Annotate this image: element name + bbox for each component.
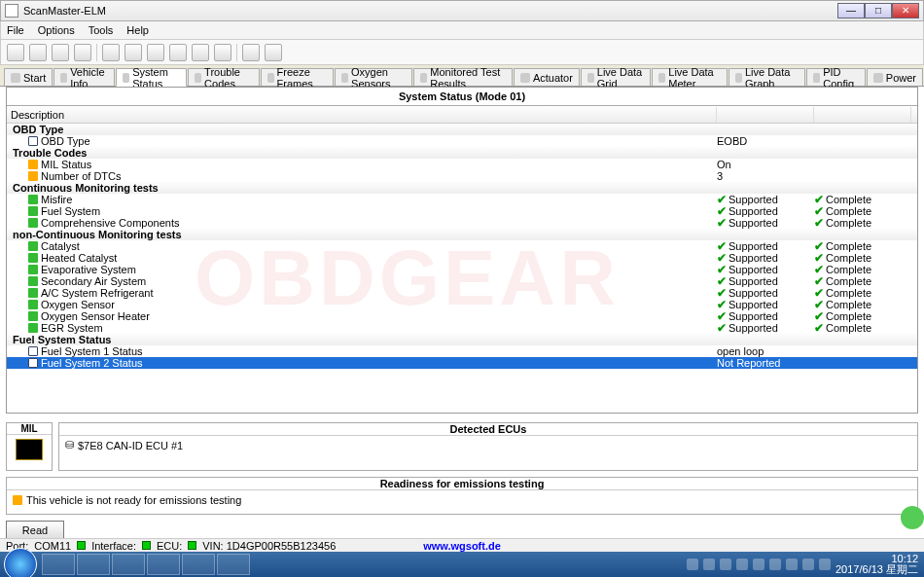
tray-icon[interactable]	[769, 559, 781, 570]
toolbar-btn-9[interactable]	[192, 44, 209, 61]
section-obd-type: OBD Type	[7, 124, 917, 135]
info-icon	[60, 73, 67, 83]
taskbar-item-4[interactable]	[147, 554, 180, 575]
tab-vehicle-info[interactable]: Vehicle Info	[53, 68, 115, 86]
mil-box: MIL	[6, 422, 53, 471]
system-status-panel: System Status (Mode 01) Description OBD …	[6, 87, 918, 414]
status-interface-label: Interface:	[91, 540, 136, 552]
toolbar-btn-1[interactable]	[7, 44, 24, 61]
ok-icon	[28, 218, 38, 228]
row-fuel-system-2[interactable]: Fuel System 2 Status Not Reported	[7, 357, 917, 369]
toolbar-btn-4[interactable]	[74, 44, 91, 61]
info-icon	[28, 136, 38, 146]
power-icon	[873, 73, 883, 83]
toolbar-btn-6[interactable]	[124, 44, 142, 61]
grid-icon	[587, 73, 594, 83]
taskbar-item-1[interactable]	[42, 554, 75, 575]
o2-icon	[341, 73, 348, 83]
status-icon	[123, 73, 129, 83]
toolbar-btn-2[interactable]	[29, 44, 47, 61]
section-fuel-system-status: Fuel System Status	[7, 334, 917, 345]
toolbar-btn-10[interactable]	[214, 44, 231, 61]
toolbar-btn-3[interactable]	[52, 44, 69, 61]
status-ecu-label: ECU:	[157, 540, 182, 552]
row-mil-status[interactable]: MIL Status On	[7, 159, 917, 170]
statusbar: Port: COM11 Interface: ECU: VIN: 1D4GP00…	[0, 538, 924, 552]
tray-icon[interactable]	[786, 559, 798, 570]
tab-start[interactable]: Start	[4, 68, 53, 86]
led-interface	[142, 541, 151, 550]
tray-icon[interactable]	[819, 559, 831, 570]
pid-icon	[813, 73, 820, 83]
tab-oxygen-sensors[interactable]: Oxygen Sensors	[335, 68, 412, 86]
taskbar-item-6[interactable]	[217, 554, 250, 575]
ok-icon	[28, 206, 38, 216]
status-port-value: COM11	[34, 540, 71, 552]
tray-icon[interactable]	[736, 559, 748, 570]
menubar: File Options Tools Help	[0, 21, 924, 40]
ecu-row[interactable]: ⛁ $7E8 CAN-ID ECU #1	[59, 436, 917, 454]
meter-icon	[658, 73, 665, 83]
taskbar: 10:122017/6/13 星期二	[0, 552, 924, 577]
row-fuel-system-1[interactable]: Fuel System 1 Status open loop	[7, 345, 917, 357]
test-icon	[420, 73, 427, 83]
tab-monitored-test[interactable]: Monitored Test Results	[413, 68, 513, 86]
menu-file[interactable]: File	[7, 24, 24, 36]
emissions-readiness-box: Readiness for emissions testing This veh…	[6, 477, 918, 515]
ecus-title: Detected ECUs	[59, 423, 917, 436]
warn-icon	[195, 73, 201, 83]
wgsoft-link[interactable]: www.wgsoft.de	[423, 540, 501, 552]
titlebar: ScanMaster-ELM — □ ✕	[0, 0, 924, 21]
read-button[interactable]: Read	[6, 521, 64, 540]
row-num-dtcs[interactable]: Number of DTCs 3	[7, 170, 917, 182]
tab-power[interactable]: Power	[867, 68, 923, 86]
toolbar-btn-8[interactable]	[169, 44, 187, 61]
row-egr-system[interactable]: EGR System ✔Supported ✔Complete	[7, 322, 917, 334]
toolbar-btn-11[interactable]	[242, 44, 260, 61]
tab-system-status[interactable]: System Status	[116, 68, 187, 87]
tab-freeze-frames[interactable]: Freeze Frames	[261, 68, 334, 86]
tab-actuator[interactable]: Actuator	[514, 68, 580, 86]
maximize-button[interactable]: □	[865, 3, 892, 18]
tray-icon[interactable]	[687, 559, 698, 570]
tray-icon[interactable]	[802, 559, 814, 570]
start-button[interactable]	[4, 548, 37, 577]
ok-icon	[28, 195, 38, 204]
system-clock[interactable]: 10:122017/6/13 星期二	[835, 554, 918, 575]
taskbar-item-3[interactable]	[112, 554, 145, 575]
actuator-icon	[520, 73, 530, 83]
taskbar-item-5[interactable]	[182, 554, 215, 575]
menu-help[interactable]: Help	[126, 24, 149, 36]
home-icon	[11, 73, 20, 83]
tray-icon[interactable]	[703, 559, 715, 570]
scroll-indicator	[901, 506, 924, 529]
row-comprehensive-components[interactable]: Comprehensive Components ✔Supported ✔Com…	[7, 217, 917, 229]
minimize-button[interactable]: —	[837, 3, 865, 18]
tab-live-data-grid[interactable]: Live Data Grid	[581, 68, 651, 86]
toolbar-btn-12[interactable]	[265, 44, 282, 61]
status-grid: Description OBD Type OBD Type EOBD Troub…	[7, 107, 917, 413]
menu-options[interactable]: Options	[38, 24, 75, 36]
led-port	[77, 541, 86, 550]
taskbar-item-2[interactable]	[77, 554, 110, 575]
tab-trouble-codes[interactable]: Trouble Codes	[188, 68, 259, 86]
row-obd-type[interactable]: OBD Type EOBD	[7, 135, 917, 147]
status-vin: VIN: 1D4GP00R55B123456	[202, 540, 336, 552]
tab-pid-config[interactable]: PID Config	[806, 68, 865, 86]
menu-tools[interactable]: Tools	[89, 24, 114, 36]
toolbar-btn-7[interactable]	[147, 44, 164, 61]
toolbar-btn-5[interactable]	[102, 44, 120, 61]
close-button[interactable]: ✕	[892, 3, 919, 18]
tray-icon[interactable]	[753, 559, 764, 570]
freeze-icon	[267, 73, 274, 83]
warn-icon	[28, 160, 38, 169]
warn-icon	[28, 171, 38, 181]
mil-label: MIL	[7, 423, 52, 435]
grid-header: Description	[7, 107, 917, 124]
tab-live-data-meter[interactable]: Live Data Meter	[652, 68, 728, 86]
window-title: ScanMaster-ELM	[23, 5, 837, 17]
tab-live-data-graph[interactable]: Live Data Graph	[729, 68, 805, 86]
app-icon	[5, 4, 18, 18]
tray-icon[interactable]	[720, 559, 731, 570]
chip-icon: ⛁	[65, 439, 74, 451]
